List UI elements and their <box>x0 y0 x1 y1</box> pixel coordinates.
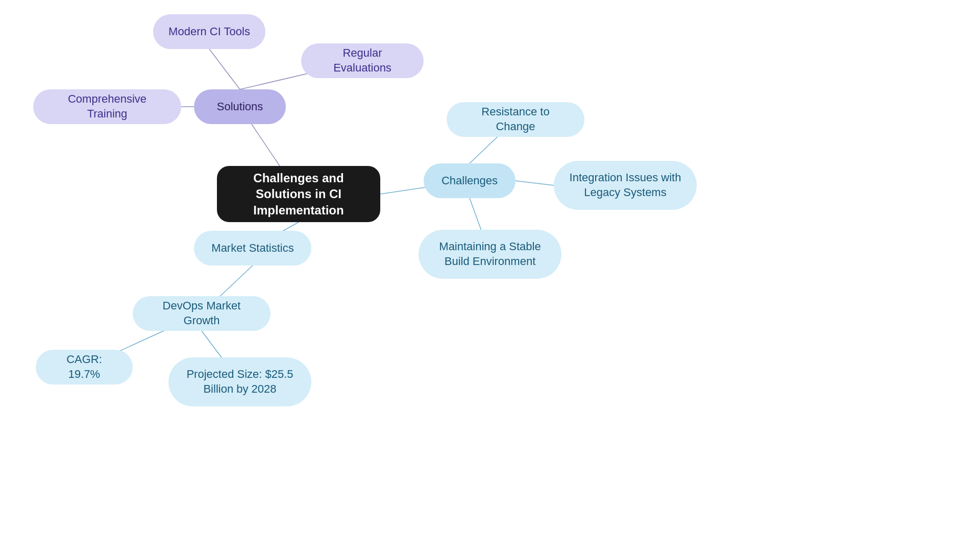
resistance-node: Resistance to Change <box>447 102 584 137</box>
mind-map: Challenges and Solutions in CI Implement… <box>0 0 980 553</box>
comprehensive-training-node: Comprehensive Training <box>33 89 181 124</box>
solutions-node: Solutions <box>194 89 286 124</box>
svg-line-6 <box>516 181 554 185</box>
svg-line-1 <box>209 49 240 89</box>
integration-node: Integration Issues with Legacy Systems <box>554 161 697 210</box>
challenges-node: Challenges <box>424 163 516 198</box>
center-node: Challenges and Solutions in CI Implement… <box>217 166 380 222</box>
market-statistics-node: Market Statistics <box>194 231 311 266</box>
projected-size-node: Projected Size: $25.5 Billion by 2028 <box>168 357 311 406</box>
regular-evaluations-node: Regular Evaluations <box>301 43 424 78</box>
stable-build-node: Maintaining a Stable Build Environment <box>419 230 561 279</box>
cagr-node: CAGR: 19.7% <box>36 350 133 384</box>
devops-growth-node: DevOps Market Growth <box>133 296 271 331</box>
modern-ci-node: Modern CI Tools <box>153 14 265 49</box>
